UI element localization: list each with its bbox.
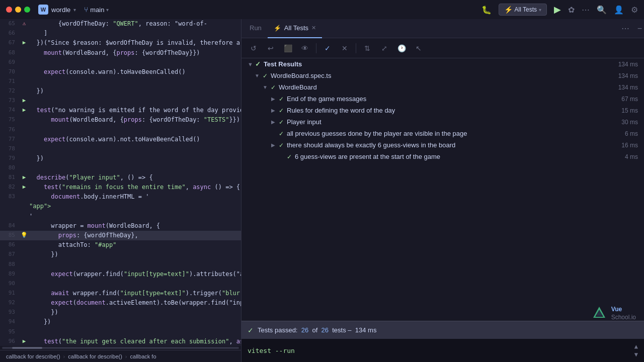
time-icon[interactable]: 🕐 <box>394 41 409 55</box>
stop-icon[interactable]: ⬛ <box>281 41 295 55</box>
tab-close-icon[interactable]: ✕ <box>311 25 316 31</box>
breadcrumb-item-1[interactable]: callback for describe() <box>6 353 60 359</box>
toolbar-separator <box>316 43 316 53</box>
tab-all-tests-label: All Tests <box>284 24 308 32</box>
test-time: 16 ms <box>621 142 638 149</box>
line-number: 89 <box>0 269 19 279</box>
line-code: test("no warning is emitted if the word … <box>29 106 241 115</box>
line-code: expect(wrapper.find("input[type=text]").… <box>29 269 241 279</box>
line-number: 68 <box>0 48 19 57</box>
test-row[interactable]: ▶ ✓ End of the game messages 67 ms <box>242 93 644 105</box>
run-gutter-icon[interactable]: ▶ <box>23 96 26 105</box>
tab-run[interactable]: Run <box>244 19 268 38</box>
test-label: 6 guess-views are present at the start o… <box>295 153 625 160</box>
results-expand-icon[interactable]: ▼ <box>248 61 253 67</box>
gear-icon[interactable]: ⚙ <box>631 5 638 15</box>
close-button[interactable] <box>6 7 12 13</box>
vue-logo-area: Vue School.io <box>591 306 636 322</box>
line-number: 70 <box>0 67 19 76</box>
results-time: 134 ms <box>618 61 638 68</box>
line-number: 67 <box>0 38 19 47</box>
tab-all-tests[interactable]: ⚡ All Tests ✕ <box>268 19 322 38</box>
line-number: 84 <box>0 221 19 230</box>
terminal-command: vitest --run <box>248 347 295 354</box>
branch-selector[interactable]: ⑂ main ▾ <box>84 6 109 14</box>
test-time: 30 ms <box>621 119 638 126</box>
run-gutter-icon[interactable]: ▶ <box>23 337 26 346</box>
line-number: 65 <box>0 19 19 28</box>
line-gutter: ▶ <box>19 183 29 192</box>
code-editor[interactable]: 65⚠ {wordOfTheDay: "QWERT", reason: "wor… <box>0 19 241 346</box>
test-expand-icon[interactable]: ▶ <box>270 119 277 126</box>
minimize-pane-icon[interactable]: − <box>637 24 642 33</box>
code-line-78: 78 <box>0 144 241 154</box>
fullscreen-button[interactable] <box>24 7 30 13</box>
test-time: 67 ms <box>621 96 638 103</box>
lightning-icon: ⚡ <box>274 25 281 32</box>
line-code: expect(console.warn).toHaveBeenCalled() <box>29 67 241 77</box>
line-code: })("Since $reason: $wordOfTheDay is inva… <box>29 38 241 48</box>
test-toolbar: ↺ ↩ ⬛ 👁 ✓ ✕ ⇅ ⤢ 🕐 ↖ <box>242 38 644 58</box>
terminal-bar: vitest --run ▲ ▼ <box>242 339 644 362</box>
line-code: expect(document.activeElement).toBe(wrap… <box>29 298 241 308</box>
scroll-up-icon[interactable]: ▲ <box>634 343 638 350</box>
run-all-button[interactable]: ⚡ All Tests ▾ <box>499 4 547 16</box>
code-line-71: 71 <box>0 77 241 86</box>
tab-run-label: Run <box>250 24 262 32</box>
line-gutter: ▶ <box>19 38 29 47</box>
run-gutter-icon[interactable]: ▶ <box>23 38 26 47</box>
test-row[interactable]: ▶ ✓ there should always be exactly 6 gue… <box>242 139 644 151</box>
breadcrumb-item-3[interactable]: callback fo <box>130 353 156 359</box>
test-expand-icon[interactable]: ▶ <box>270 107 277 114</box>
code-scrollbar[interactable] <box>0 346 241 350</box>
minimize-button[interactable] <box>15 7 21 13</box>
run-gutter-icon[interactable]: ▶ <box>23 173 26 182</box>
code-line-90: 90 <box>0 279 241 289</box>
test-no-expand <box>278 153 285 160</box>
refresh-icon[interactable]: ↺ <box>247 41 261 55</box>
code-line-73: 73▶ <box>0 96 241 106</box>
x-filter-icon[interactable]: ✕ <box>338 41 352 55</box>
line-number: 79 <box>0 154 19 163</box>
test-row[interactable]: ▶ ✓ Rules for defining the word of the d… <box>242 105 644 116</box>
run-gutter-icon[interactable]: ▶ <box>23 183 26 192</box>
settings-flower-icon[interactable]: ✿ <box>568 5 575 15</box>
results-header[interactable]: ▼ ✓ Test Results 134 ms <box>242 58 644 70</box>
more-icon[interactable]: ⋯ <box>582 5 590 15</box>
code-line-81: 81▶ describe("Player input", () => { <box>0 173 241 183</box>
run-play-icon[interactable]: ▶ <box>554 4 561 15</box>
more-options-icon[interactable]: ⋯ <box>621 24 629 33</box>
test-row[interactable]: ✓ all previous guesses done by the playe… <box>242 128 644 139</box>
file-row[interactable]: ▼ ✓ WordleBoard.spec.ts 134 ms <box>242 70 644 81</box>
breadcrumb-item-2[interactable]: callback for describe() <box>68 353 122 359</box>
line-gutter: ▶ <box>19 106 29 115</box>
run-gutter-icon[interactable]: ▶ <box>23 106 26 115</box>
status-pass-icon: ✓ <box>248 326 254 334</box>
test-expand-icon[interactable]: ▶ <box>270 142 277 149</box>
test-row[interactable]: ▶ ✓ Player input 30 ms <box>242 116 644 128</box>
file-expand-icon[interactable]: ▼ <box>254 72 261 79</box>
eye-icon[interactable]: 👁 <box>298 41 312 55</box>
line-code: test("remains in focus the entire time",… <box>29 183 241 192</box>
test-pass-icon: ✓ <box>279 96 284 103</box>
vue-logo-icon <box>591 306 607 322</box>
collapse-icon[interactable]: ⤢ <box>377 41 391 55</box>
debug-icon[interactable]: 🐛 <box>481 5 492 15</box>
toolbar-separator-2 <box>356 43 356 53</box>
suite-expand-icon[interactable]: ▼ <box>262 84 269 91</box>
search-icon[interactable]: 🔍 <box>597 5 607 15</box>
sort-icon[interactable]: ⇅ <box>360 41 374 55</box>
back-icon[interactable]: ↩ <box>264 41 278 55</box>
check-filter-icon[interactable]: ✓ <box>320 41 335 55</box>
line-code: }) <box>29 86 241 96</box>
test-time: 15 ms <box>621 107 638 114</box>
scroll-down-icon[interactable]: ▼ <box>634 351 638 358</box>
test-expand-icon[interactable]: ▶ <box>270 96 277 103</box>
account-icon[interactable]: 👤 <box>614 5 624 15</box>
test-row[interactable]: ✓ 6 guess-views are present at the start… <box>242 151 644 162</box>
project-selector[interactable]: W wordle ▾ <box>38 5 76 15</box>
cursor-icon[interactable]: ↖ <box>412 41 426 55</box>
code-line-95: 95 <box>0 327 241 337</box>
title-bar: W wordle ▾ ⑂ main ▾ 🐛 ⚡ All Tests ▾ ▶ ✿ … <box>0 0 644 19</box>
suite-row[interactable]: ▼ ✓ WordleBoard 134 ms <box>242 81 644 93</box>
